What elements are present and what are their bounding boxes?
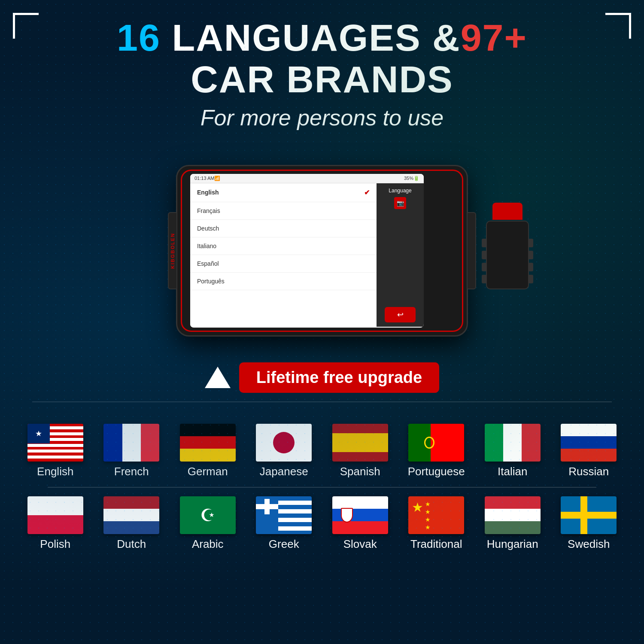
lang-item-english[interactable]: English ✔ bbox=[190, 183, 377, 202]
device-section: 01:13 AM 📶 35% 🔋 English ✔ Français bbox=[0, 148, 644, 354]
right-grip bbox=[467, 212, 476, 289]
upgrade-section: Lifetime free upgrade bbox=[0, 362, 644, 393]
scanner-device: 01:13 AM 📶 35% 🔋 English ✔ Français bbox=[176, 165, 468, 337]
bracket-top-left bbox=[13, 13, 39, 39]
lang-item-italian[interactable]: Italiano bbox=[190, 237, 377, 255]
checkmark-icon: ✔ bbox=[364, 188, 370, 197]
screen-body: English ✔ Français Deutsch Italiano bbox=[190, 183, 424, 327]
flag-gr bbox=[256, 496, 312, 534]
obd-top bbox=[492, 203, 522, 220]
obd-connector bbox=[480, 204, 535, 298]
language-panel: Language 📷 ↩ bbox=[377, 183, 424, 327]
flag-pt bbox=[408, 424, 464, 462]
panel-title: Language bbox=[389, 188, 411, 194]
battery-display: 35% bbox=[404, 176, 413, 181]
left-grip bbox=[168, 212, 177, 289]
flag-us: ★ bbox=[27, 424, 83, 462]
obd-ridges-left bbox=[482, 239, 487, 283]
bracket-top-right bbox=[605, 13, 631, 39]
language-list: English ✔ Français Deutsch Italiano bbox=[190, 183, 377, 327]
lang-item-german[interactable]: Deutsch bbox=[190, 220, 377, 237]
back-button[interactable]: ↩ bbox=[385, 307, 416, 322]
obd-ridges-right bbox=[528, 239, 533, 283]
flag-se bbox=[561, 496, 617, 534]
camera-icon[interactable]: 📷 bbox=[394, 197, 406, 209]
lang-item-french[interactable]: Français bbox=[190, 202, 377, 220]
obd-body bbox=[486, 221, 529, 289]
lang-item-spanish[interactable]: Español bbox=[190, 255, 377, 273]
upgrade-arrow bbox=[205, 367, 231, 388]
lang-item-portuguese[interactable]: Português bbox=[190, 273, 377, 290]
flag-sk bbox=[332, 496, 388, 534]
page-container: 16 LANGUAGES &97+ CAR BRANDS For more pe… bbox=[0, 0, 644, 644]
statusbar: 01:13 AM 📶 35% 🔋 bbox=[190, 174, 424, 183]
scanner-screen: 01:13 AM 📶 35% 🔋 English ✔ Français bbox=[190, 174, 424, 328]
upgrade-badge: Lifetime free upgrade bbox=[239, 362, 439, 393]
time-display: 01:13 AM bbox=[194, 176, 214, 181]
flag-ar bbox=[180, 496, 236, 534]
